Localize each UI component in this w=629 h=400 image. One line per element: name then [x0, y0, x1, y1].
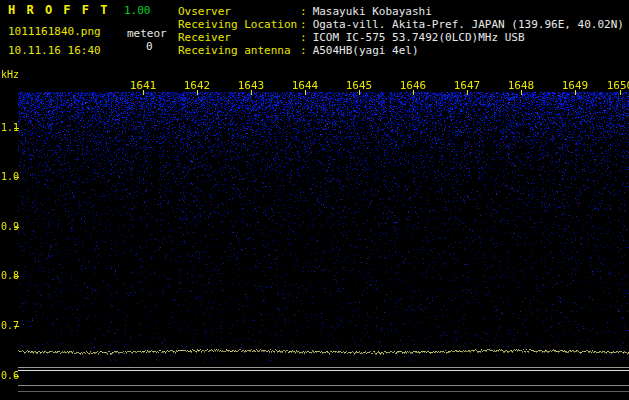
x-tick-mark — [413, 90, 414, 95]
x-tick-mark — [197, 90, 198, 95]
spectrogram-panel: 1641 1642 1643 1644 1645 1646 1647 1648 … — [0, 0, 629, 400]
y-axis-unit: kHz — [1, 69, 19, 80]
level-baseline — [18, 391, 629, 392]
x-tick-mark — [251, 90, 252, 95]
level-baseline — [18, 385, 629, 386]
x-tick-mark — [521, 90, 522, 95]
x-tick-mark — [575, 90, 576, 95]
hrofft-window: H R O F F T 1.00 1011161840.png meteor 0… — [0, 0, 629, 400]
x-tick-mark — [467, 90, 468, 95]
x-tick-mark — [143, 90, 144, 95]
x-tick-mark — [305, 90, 306, 95]
spectrogram-canvas — [18, 92, 629, 362]
level-baseline — [18, 367, 629, 368]
y-tick-mark — [14, 276, 19, 277]
y-tick-mark — [14, 128, 19, 129]
x-tick-mark — [620, 90, 621, 95]
x-axis-label: 1650 — [606, 79, 629, 92]
level-baseline — [18, 370, 629, 371]
y-tick-mark — [14, 376, 19, 377]
y-tick-mark — [14, 177, 19, 178]
x-tick-mark — [359, 90, 360, 95]
y-tick-mark — [14, 326, 19, 327]
y-tick-mark — [14, 227, 19, 228]
